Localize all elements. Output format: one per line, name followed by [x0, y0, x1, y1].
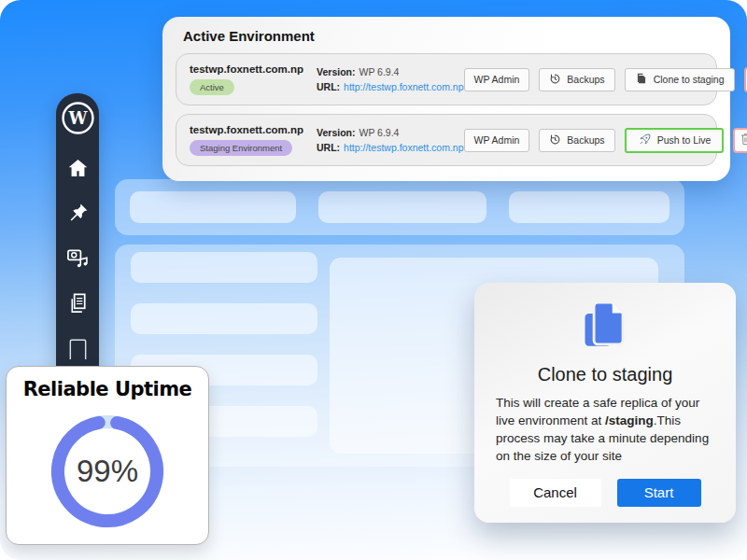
- backups-button[interactable]: Backups: [539, 68, 614, 91]
- environment-row-staging: testwp.foxnett.com.np Staging Environmen…: [176, 114, 717, 166]
- home-icon[interactable]: [66, 157, 90, 180]
- modal-body: This will create a safe replica of your …: [496, 394, 714, 466]
- history-icon: [549, 73, 561, 87]
- modal-title: Clone to staging: [538, 364, 673, 385]
- backups-label: Backups: [567, 134, 604, 146]
- hosting-dashboard-illustration: W: [0, 0, 747, 560]
- uptime-percentage: 99%: [42, 406, 173, 537]
- placeholder-row: [131, 252, 317, 283]
- placeholder-panel-top: [115, 179, 684, 235]
- url-label: URL:: [317, 142, 340, 153]
- uptime-donut-chart: 99%: [42, 406, 173, 537]
- svg-text:W: W: [67, 108, 88, 128]
- version-value: WP 6.9.4: [359, 66, 399, 77]
- wp-admin-label: WP Admin: [474, 74, 520, 85]
- wp-admin-button[interactable]: WP Admin: [464, 129, 530, 152]
- backups-button[interactable]: Backups: [539, 129, 614, 152]
- copy-pages-icon: [635, 72, 648, 87]
- wp-admin-button[interactable]: WP Admin: [464, 68, 530, 91]
- wp-admin-label: WP Admin: [474, 134, 520, 146]
- media-icon[interactable]: [66, 246, 90, 270]
- cancel-button[interactable]: Cancel: [510, 479, 601, 507]
- trash-icon: [739, 132, 747, 149]
- pushpin-icon[interactable]: [66, 202, 90, 225]
- site-url-link[interactable]: http://testwp.foxnett.com.np: [344, 81, 463, 92]
- clone-to-staging-modal: Clone to staging This will create a safe…: [474, 283, 736, 523]
- start-button[interactable]: Start: [617, 479, 701, 507]
- copy-pages-icon-large: [576, 296, 634, 357]
- version-value: WP 6.9.4: [359, 127, 399, 138]
- active-environment-card: Active Environment testwp.foxnett.com.np…: [162, 17, 730, 181]
- history-icon: [549, 133, 561, 147]
- clone-to-staging-button[interactable]: Clone to staging: [625, 68, 735, 91]
- backups-label: Backups: [567, 74, 604, 85]
- push-to-live-label: Push to Live: [657, 134, 712, 146]
- placeholder-box: [318, 191, 486, 223]
- environment-row-live: testwp.foxnett.com.np Active Version:WP …: [176, 53, 717, 105]
- delete-environment-button[interactable]: [733, 128, 747, 153]
- version-label: Version:: [317, 127, 355, 138]
- card-title: Active Environment: [183, 28, 710, 44]
- delete-environment-button[interactable]: [744, 67, 747, 92]
- uptime-card: Reliable Uptime 99%: [6, 366, 209, 545]
- placeholder-box: [130, 191, 296, 223]
- uptime-title: Reliable Uptime: [7, 378, 208, 400]
- url-label: URL:: [317, 81, 340, 92]
- clone-to-staging-label: Clone to staging: [654, 74, 725, 85]
- wordpress-logo-icon: W: [61, 101, 95, 135]
- documents-icon[interactable]: [66, 291, 90, 315]
- placeholder-row: [131, 303, 317, 334]
- status-badge-active: Active: [190, 79, 234, 95]
- site-url-link[interactable]: http://testwp.foxnett.com.np: [344, 142, 463, 153]
- site-domain: testwp.foxnett.com.np: [190, 63, 303, 75]
- comments-icon[interactable]: [66, 336, 90, 359]
- site-domain: testwp.foxnett.com.np: [190, 124, 303, 135]
- status-badge-staging: Staging Environment: [190, 140, 292, 156]
- wp-admin-sidebar: W: [56, 93, 99, 373]
- version-label: Version:: [317, 66, 355, 77]
- placeholder-box: [509, 191, 669, 223]
- rocket-icon: [638, 133, 652, 148]
- modal-body-path: /staging: [605, 413, 654, 427]
- push-to-live-button[interactable]: Push to Live: [625, 128, 725, 153]
